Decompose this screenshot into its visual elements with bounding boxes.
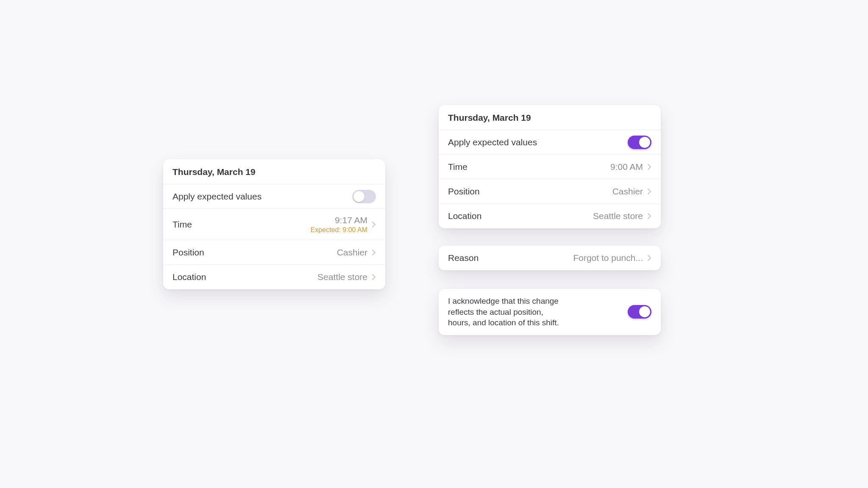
acknowledge-text: I acknowledge that this change reflects … <box>448 296 562 328</box>
time-expected: Expected: 9:00 AM <box>311 226 367 234</box>
location-label: Location <box>448 211 481 221</box>
location-label: Location <box>172 272 206 282</box>
toggle-knob <box>353 191 364 202</box>
position-label: Position <box>448 186 480 197</box>
reason-label: Reason <box>448 253 479 263</box>
reason-value: Forgot to punch... <box>573 253 643 263</box>
reason-row[interactable]: Reason Forgot to punch... <box>439 246 661 270</box>
acknowledge-toggle[interactable] <box>628 305 651 319</box>
location-value: Seattle store <box>593 211 643 221</box>
chevron-right-icon <box>372 221 376 228</box>
acknowledge-row[interactable]: I acknowledge that this change reflects … <box>439 289 661 335</box>
time-value: 9:00 AM <box>610 162 643 172</box>
reason-card: Reason Forgot to punch... <box>439 246 661 270</box>
location-row[interactable]: Location Seattle store <box>439 204 661 228</box>
apply-expected-label: Apply expected values <box>448 137 537 147</box>
chevron-right-icon <box>372 274 376 280</box>
location-value: Seattle store <box>317 272 367 282</box>
chevron-right-icon <box>647 255 651 261</box>
acknowledge-card: I acknowledge that this change reflects … <box>439 289 661 335</box>
card-header: Thursday, March 19 <box>439 105 661 130</box>
toggle-knob <box>639 306 650 317</box>
chevron-right-icon <box>647 188 651 195</box>
position-value: Cashier <box>612 186 643 197</box>
position-row[interactable]: Position Cashier <box>163 240 385 265</box>
chevron-right-icon <box>647 213 651 219</box>
chevron-right-icon <box>647 164 651 170</box>
apply-expected-row[interactable]: Apply expected values <box>163 184 385 209</box>
time-label: Time <box>172 219 192 230</box>
shift-card-left: Thursday, March 19 Apply expected values… <box>163 159 385 289</box>
time-value: 9:17 AM <box>335 215 367 225</box>
toggle-knob <box>639 137 650 148</box>
chevron-right-icon <box>372 249 376 256</box>
apply-expected-toggle[interactable] <box>628 136 651 149</box>
shift-card-right: Thursday, March 19 Apply expected values… <box>439 105 661 228</box>
time-row[interactable]: Time 9:17 AM Expected: 9:00 AM <box>163 209 385 240</box>
card-header: Thursday, March 19 <box>163 159 385 184</box>
time-label: Time <box>448 162 467 172</box>
apply-expected-row[interactable]: Apply expected values <box>439 130 661 155</box>
time-row[interactable]: Time 9:00 AM <box>439 155 661 179</box>
position-value: Cashier <box>337 247 367 258</box>
apply-expected-label: Apply expected values <box>172 191 262 202</box>
location-row[interactable]: Location Seattle store <box>163 265 385 289</box>
position-label: Position <box>172 247 204 258</box>
apply-expected-toggle[interactable] <box>352 190 376 203</box>
position-row[interactable]: Position Cashier <box>439 179 661 204</box>
